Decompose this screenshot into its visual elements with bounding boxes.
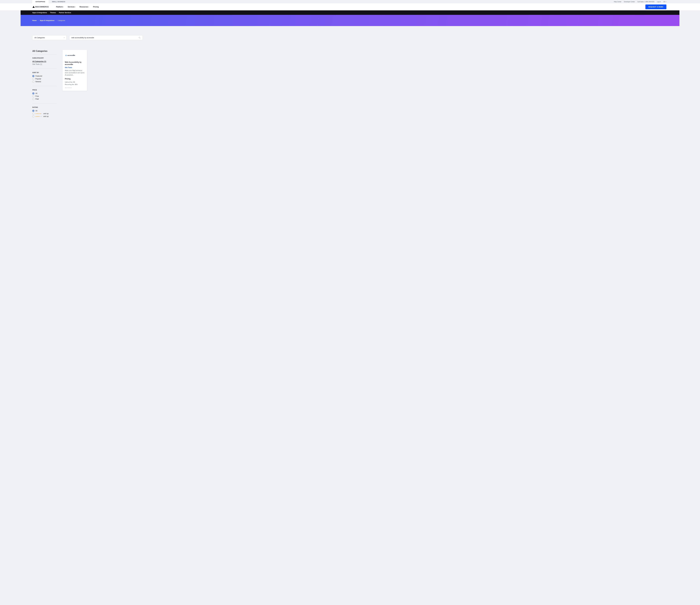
app-description: Make your BigCommerce store accessible t… [65, 70, 85, 76]
nav-platform-label: Platform [56, 6, 63, 8]
nav-pricing[interactable]: Pricing [93, 6, 99, 8]
star-icon: ★ [40, 113, 41, 115]
sidebar-title: All Categories [32, 50, 57, 52]
request-demo-button[interactable]: REQUEST A DEMO [645, 4, 667, 9]
star-icon: ★ [40, 116, 41, 117]
star-icon: ★ [69, 87, 70, 89]
chevron-right-icon: › [38, 20, 39, 21]
subnav: Apps & Integrations Themes Partner Servi… [21, 10, 679, 15]
category-select[interactable]: All Categories ▾ [32, 35, 67, 40]
star-icon: ★ [38, 113, 40, 115]
rating-suffix: and up [43, 115, 49, 117]
columns: All Categories SUBCATEGORY All Categorie… [32, 50, 668, 120]
price-label: PRICE [32, 89, 57, 91]
chevron-down-icon: ▾ [89, 6, 89, 7]
rating-suffix: and up [43, 113, 49, 115]
link-help-center[interactable]: Help Center [614, 1, 621, 2]
radio-label: Free [35, 95, 39, 97]
subcategory-group: SUBCATEGORY All Categories (1) Site Tool… [32, 57, 57, 69]
nav-platform[interactable]: Platform▾ [56, 6, 64, 8]
nav-services-label: Services [68, 6, 75, 8]
topbar-right: Help Center Developer Center Call Sales:… [614, 0, 700, 3]
radio-icon [32, 95, 34, 97]
stars-4: ★ ★ ★ ★ ★ [35, 113, 42, 115]
rating-4-up[interactable]: ★ ★ ★ ★ ★ and up [32, 113, 57, 115]
app-rating: ★ ★ ★ ★ ★ [65, 87, 85, 89]
nav-resources[interactable]: Resources▾ [79, 6, 89, 8]
search-icon[interactable] [139, 37, 141, 39]
nav-services[interactable]: Services▾ [68, 6, 76, 8]
sort-label: SORT BY [32, 72, 57, 73]
subnav-apps[interactable]: Apps & Integrations [32, 12, 47, 14]
category-selected-value: All Categories [34, 37, 45, 39]
crumb-home[interactable]: Home [32, 20, 37, 21]
topbar-tabs: ENTERPRISE SMALL BUSINESS [32, 0, 69, 3]
star-icon: ★ [68, 87, 69, 89]
subcategory-site-tools[interactable]: Site Tools (1) [32, 63, 57, 65]
sort-popular[interactable]: Popular [32, 78, 57, 80]
tab-small-business[interactable]: SMALL BUSINESS [49, 0, 69, 3]
nav-resources-label: Resources [79, 6, 88, 8]
sidebar: All Categories SUBCATEGORY All Categorie… [32, 50, 57, 120]
logo-mark-icon [32, 5, 35, 8]
rating-all[interactable]: All [32, 110, 57, 112]
radio-icon [32, 113, 34, 115]
price-all[interactable]: All [32, 92, 57, 94]
chevron-right-icon: › [56, 20, 56, 21]
price-paid[interactable]: Paid [32, 98, 57, 100]
upfront-fee: Upfront fee: $0 [65, 81, 85, 83]
crumb-current: Categories [58, 20, 65, 21]
radio-icon [32, 75, 34, 77]
radio-icon [32, 81, 34, 82]
tab-enterprise[interactable]: ENTERPRISE [32, 0, 49, 3]
pricing-heading: Pricing [65, 78, 85, 80]
hero: Home › Apps & Integrations › Categories [21, 15, 679, 26]
radio-label: Paid [35, 98, 39, 100]
link-developer-center[interactable]: Developer Center [624, 1, 635, 2]
radio-icon [32, 115, 34, 117]
locale-label: US [663, 1, 665, 2]
radio-icon [32, 98, 34, 100]
logo[interactable]: BIGCOMMERCE [32, 5, 49, 8]
accessibe-logo-icon: accessiBe [65, 54, 79, 57]
subcategory-label: SUBCATEGORY [32, 57, 57, 59]
subcategory-all[interactable]: All Categories (1) [32, 60, 57, 63]
sort-featured[interactable]: Featured [32, 75, 57, 77]
subnav-wrap: Apps & Integrations Themes Partner Servi… [0, 10, 700, 15]
link-log-in[interactable]: Log In [657, 1, 661, 2]
star-icon: ★ [35, 113, 37, 115]
content: All Categories ▾ All Categories SUBCATEG… [21, 26, 679, 126]
radio-label: Featured [35, 75, 42, 77]
top-bar: ENTERPRISE SMALL BUSINESS Help Center De… [0, 0, 700, 3]
crumb-apps[interactable]: Apps & Integrations [40, 20, 55, 21]
search-input[interactable] [71, 37, 139, 39]
breadcrumb: Home › Apps & Integrations › Categories [32, 20, 65, 21]
search-row: All Categories ▾ [32, 35, 668, 40]
app-card[interactable]: accessiBe Web Accessibility by accessiBe… [62, 50, 87, 91]
star-icon: ★ [38, 116, 40, 117]
subnav-themes[interactable]: Themes [50, 12, 56, 14]
sort-newest[interactable]: Newest [32, 81, 57, 82]
star-icon: ★ [41, 116, 42, 117]
star-icon: ★ [41, 113, 42, 115]
svg-line-1 [140, 38, 141, 39]
star-icon: ★ [66, 87, 68, 89]
locale-selector[interactable]: US ▾ [663, 1, 667, 2]
app-category-link[interactable]: Site Tools [65, 67, 85, 68]
subnav-partner-services[interactable]: Partner Services [59, 12, 71, 14]
svg-point-0 [139, 37, 140, 38]
star-icon: ★ [65, 87, 66, 89]
star-icon: ★ [70, 87, 72, 89]
link-call-sales[interactable]: Call Sales: 1-888-248-9325 [638, 1, 654, 2]
star-icon: ★ [35, 116, 37, 117]
star-icon: ★ [37, 113, 38, 115]
price-free[interactable]: Free [32, 95, 57, 97]
sort-group: SORT BY Featured Popular Newest [32, 72, 57, 86]
radio-label: Popular [35, 78, 41, 80]
svg-text:accessiBe: accessiBe [68, 54, 75, 56]
price-group: PRICE All Free Paid [32, 89, 57, 103]
radio-icon [32, 110, 34, 112]
radio-icon [32, 92, 34, 94]
rating-3-up[interactable]: ★ ★ ★ ★ ★ and up [32, 115, 57, 117]
app-logo: accessiBe [65, 52, 85, 58]
